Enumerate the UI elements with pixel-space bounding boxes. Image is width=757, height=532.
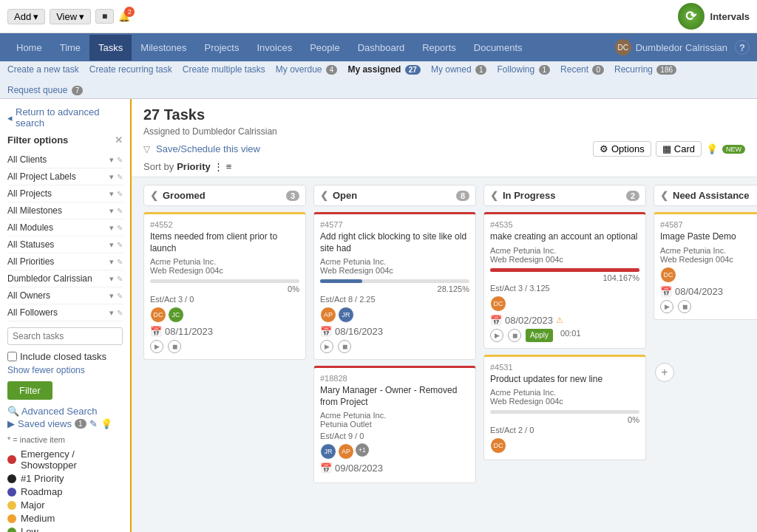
col-inprogress-header: ❮ In Progress 2 <box>483 185 646 206</box>
include-closed-checkbox[interactable] <box>7 352 17 361</box>
avatar-dc: DC <box>660 267 676 283</box>
saved-views-edit[interactable]: ✎ <box>89 418 98 429</box>
milestones-edit-icon[interactable]: ✎ <box>117 207 123 215</box>
back-to-search[interactable]: ◂ Return to advanced search <box>7 106 123 129</box>
labels-chevron[interactable]: ▾ <box>109 172 114 182</box>
stop-button[interactable]: ◼ <box>168 340 181 353</box>
clients-chevron[interactable]: ▾ <box>109 155 114 165</box>
notification-bell[interactable]: 🔔 2 <box>118 11 130 22</box>
progress-pct: 0% <box>150 284 299 293</box>
apply-button[interactable]: Apply <box>526 329 553 342</box>
content-actions: ▽ Save/Schedule this view ⚙ Options ▦ Ca… <box>143 141 745 157</box>
stop-button[interactable]: ◼ <box>508 329 521 342</box>
user-menu[interactable]: DC Dumbledor Calrissian <box>608 33 735 61</box>
advanced-search-link[interactable]: 🔍 Advanced Search <box>7 406 123 417</box>
nav-milestones[interactable]: Milestones <box>132 35 195 61</box>
card-button[interactable]: ▦ Card <box>656 141 702 157</box>
owners-edit-icon[interactable]: ✎ <box>117 292 123 300</box>
assignee-edit-icon[interactable]: ✎ <box>117 275 123 283</box>
sort-icon-2[interactable]: ≡ <box>226 161 232 172</box>
progress-bar <box>490 268 639 272</box>
followers-edit-icon[interactable]: ✎ <box>117 309 123 317</box>
nav-home[interactable]: Home <box>7 35 51 61</box>
owners-chevron[interactable]: ▾ <box>109 291 114 301</box>
nav-projects[interactable]: Projects <box>195 35 248 61</box>
view-button[interactable]: View ▾ <box>50 9 91 24</box>
subnav-create-recurring[interactable]: Create recurring task <box>89 64 172 75</box>
modules-edit-icon[interactable]: ✎ <box>117 224 123 232</box>
open-chevron[interactable]: ❮ <box>320 190 328 201</box>
grid-icon-button[interactable]: ■ <box>95 9 114 24</box>
subnav-my-owned[interactable]: My owned 1 <box>431 64 487 75</box>
saved-views-info[interactable]: 💡 <box>101 418 112 429</box>
task-card-4535[interactable]: #4535 make creating an account an option… <box>483 212 646 349</box>
statuses-chevron[interactable]: ▾ <box>109 240 114 250</box>
task-card-4552[interactable]: #4552 Items needed from client prior to … <box>143 212 306 360</box>
stop-button[interactable]: ◼ <box>678 300 691 313</box>
add-button[interactable]: Add ▾ <box>7 9 45 24</box>
kanban-board: ❮ Groomed 3 #4552 Items needed from clie… <box>132 177 757 532</box>
assignee-chevron[interactable]: ▾ <box>109 274 114 284</box>
options-button[interactable]: ⚙ Options <box>593 141 651 157</box>
avatar-jr: JR <box>320 443 336 460</box>
inprogress-chevron[interactable]: ❮ <box>490 190 498 201</box>
search-tasks-input[interactable] <box>7 327 123 345</box>
task-company: Acme Petunia Inc. <box>320 257 469 266</box>
nav-dashboard[interactable]: Dashboard <box>349 35 414 61</box>
subnav-request-queue[interactable]: Request queue 7 <box>7 85 83 95</box>
clients-edit-icon[interactable]: ✎ <box>117 156 123 164</box>
task-est: Est/Act 8 / 2.25 <box>320 295 469 304</box>
projects-edit-icon[interactable]: ✎ <box>117 190 123 198</box>
labels-edit-icon[interactable]: ✎ <box>117 173 123 181</box>
followers-chevron[interactable]: ▾ <box>109 308 114 318</box>
subnav-my-overdue[interactable]: My overdue 4 <box>276 64 338 75</box>
task-id: #18828 <box>320 374 469 383</box>
modules-chevron[interactable]: ▾ <box>109 223 114 233</box>
add-card-button[interactable]: + <box>655 363 674 382</box>
filter-button[interactable]: Filter <box>7 381 52 400</box>
subnav-create-task[interactable]: Create a new task <box>7 64 79 75</box>
projects-chevron[interactable]: ▾ <box>109 189 114 199</box>
nav-documents[interactable]: Documents <box>465 35 532 61</box>
assistance-chevron[interactable]: ❮ <box>660 190 668 201</box>
view-options: ⚙ Options ▦ Card 💡 NEW <box>593 141 745 157</box>
overdue-badge: 4 <box>326 65 338 75</box>
subnav-following[interactable]: Following 1 <box>497 64 550 75</box>
back-arrow-icon: ◂ <box>7 112 13 123</box>
nav-reports[interactable]: Reports <box>413 35 465 61</box>
help-button[interactable]: ? <box>735 40 750 55</box>
sort-icon-1[interactable]: ⋮ <box>214 161 223 172</box>
groomed-chevron[interactable]: ❮ <box>150 190 158 201</box>
milestones-chevron[interactable]: ▾ <box>109 206 114 216</box>
user-name: Dumbledor Calrissian <box>636 42 727 53</box>
play-button[interactable]: ▶ <box>490 329 503 342</box>
task-card-4531[interactable]: #4531 Product updates for new line Acme … <box>483 355 646 461</box>
save-schedule-link[interactable]: Save/Schedule this view <box>156 143 260 154</box>
nav-people[interactable]: People <box>301 35 348 61</box>
play-button[interactable]: ▶ <box>660 300 673 313</box>
stop-button[interactable]: ◼ <box>338 340 351 353</box>
statuses-edit-icon[interactable]: ✎ <box>117 241 123 249</box>
subnav-create-multiple[interactable]: Create multiple tasks <box>183 64 265 75</box>
subnav-my-assigned[interactable]: My assigned 27 <box>347 64 420 75</box>
include-closed-label[interactable]: Include closed tasks <box>7 351 123 362</box>
priorities-edit-icon[interactable]: ✎ <box>117 258 123 266</box>
show-fewer-link[interactable]: Show fewer options <box>7 365 123 375</box>
task-card-18828[interactable]: #18828 Mary Manager - Owner - Removed fr… <box>313 366 476 483</box>
roadmap-dot <box>7 488 16 497</box>
nav-time[interactable]: Time <box>51 35 89 61</box>
priorities-chevron[interactable]: ▾ <box>109 257 114 267</box>
play-button[interactable]: ▶ <box>320 340 333 353</box>
filter-options-header: Filter options ✕ <box>7 134 123 146</box>
task-title: Product updates for new line <box>490 374 639 386</box>
task-card-4577[interactable]: #4577 Add right click blocking to site l… <box>313 212 476 360</box>
play-button[interactable]: ▶ <box>150 340 163 353</box>
main-layout: ◂ Return to advanced search Filter optio… <box>0 99 757 532</box>
col-open-header: ❮ Open 8 <box>313 185 476 206</box>
nav-invoices[interactable]: Invoices <box>248 35 301 61</box>
subnav-recurring[interactable]: Recurring 186 <box>614 64 676 75</box>
subnav-recent[interactable]: Recent 0 <box>560 64 604 75</box>
saved-views[interactable]: ▶ Saved views 1 ✎ 💡 <box>7 418 123 429</box>
nav-tasks[interactable]: Tasks <box>89 35 132 61</box>
task-card-4587[interactable]: #4587 Image Paste Demo Acme Petunia Inc.… <box>654 212 757 320</box>
